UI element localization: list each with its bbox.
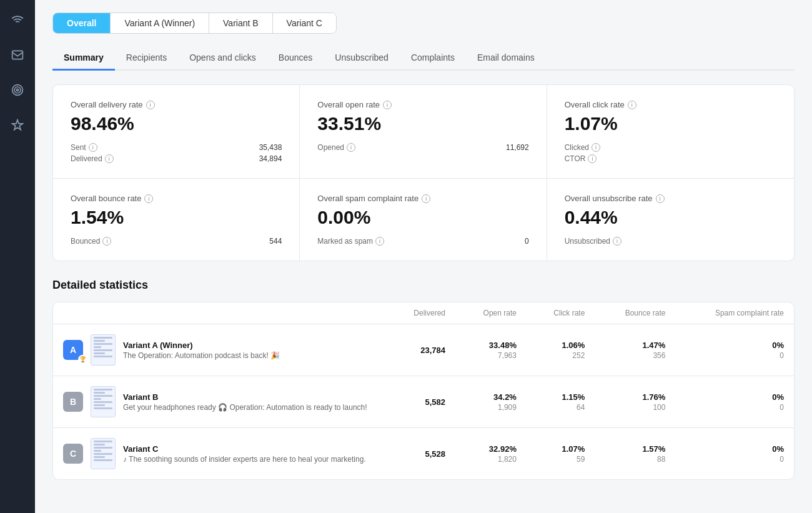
subtab-recipients[interactable]: Recipients [115, 46, 178, 71]
sparkle-icon[interactable] [7, 115, 27, 135]
unsub-rate-value: 0.44% [565, 207, 776, 228]
bounce-rate-value: 1.76% [605, 392, 665, 402]
spam-count: 0 [685, 455, 784, 464]
subtab-bounces[interactable]: Bounces [267, 46, 324, 71]
open-rate-info-icon[interactable]: i [383, 101, 392, 109]
delivered-value: 5,582 [397, 397, 445, 407]
open-rate-label: Overall open rate i [317, 100, 528, 109]
subtab-unsubscribed[interactable]: Unsubscribed [324, 46, 400, 71]
bounced-info-icon[interactable]: i [102, 237, 111, 246]
open-rate-value: 34.2% [465, 392, 517, 402]
open-rate-cell: Overall open rate i 33.51% Opened i 11,6… [300, 85, 547, 179]
target-icon[interactable] [7, 80, 27, 100]
unsub-rate-cell: Overall unsubscribe rate i 0.44% Unsubsc… [547, 179, 794, 261]
col-click-rate: Click rate [527, 302, 595, 324]
opened-info-icon[interactable]: i [347, 143, 355, 152]
variant-tabs: Overall Variant A (Winner) Variant B Var… [52, 12, 337, 34]
table-row: A 🏆 Variant A (Winner) The Operation: Au… [53, 324, 794, 376]
thumb-line-2 [94, 444, 105, 446]
opened-row: Opened i 11,692 [317, 143, 528, 152]
detailed-statistics-section: Detailed statistics Delivered Open rate … [52, 279, 795, 480]
variant-letter-badge: B [63, 392, 83, 412]
click-rate-cell: 1.15% 64 [527, 376, 595, 428]
thumb-line-2 [94, 340, 105, 342]
click-rate-value: 1.07% [537, 444, 585, 454]
click-rate-cell: 1.07% 59 [527, 428, 595, 480]
bounce-count: 356 [605, 351, 665, 360]
mail-icon[interactable] [7, 45, 27, 65]
thumb-line-6 [94, 352, 105, 354]
unsub-rate-label: Overall unsubscribe rate i [565, 194, 776, 203]
subtab-summary[interactable]: Summary [52, 46, 115, 71]
unsub-info-icon[interactable]: i [613, 237, 621, 246]
bounced-value: 544 [269, 237, 282, 246]
bounced-row: Bounced i 544 [71, 237, 282, 246]
spam-info-icon[interactable]: i [375, 237, 384, 246]
open-count: 7,963 [465, 351, 517, 360]
variant-letter-badge: C [63, 444, 83, 464]
winner-badge: 🏆 [78, 355, 87, 364]
subtab-email-domains[interactable]: Email domains [466, 46, 546, 71]
delivered-row: Delivered i 34,894 [71, 154, 282, 163]
thumb-line-5 [94, 349, 112, 351]
bounce-rate-label: Overall bounce rate i [71, 194, 282, 203]
detailed-statistics-title: Detailed statistics [52, 279, 795, 292]
thumb-line-7 [94, 356, 112, 357]
spam-count: 0 [685, 403, 784, 412]
thumb-line-1 [94, 337, 112, 339]
thumb-line-4 [94, 346, 101, 348]
thumb-line-3 [94, 447, 112, 449]
sent-info-icon[interactable]: i [89, 143, 97, 152]
click-rate-value: 1.07% [565, 113, 776, 134]
subtab-opens-clicks[interactable]: Opens and clicks [178, 46, 267, 71]
tab-variant-a[interactable]: Variant A (Winner) [111, 13, 209, 33]
bounce-count: 88 [605, 455, 665, 464]
subtab-complaints[interactable]: Complaints [400, 46, 466, 71]
bounce-rate-cell: 1.57% 88 [595, 428, 675, 480]
click-rate-cell: 1.06% 252 [527, 324, 595, 376]
variant-info-cell: C Variant C ♪ The soothing sounds of ins… [53, 428, 387, 480]
unsub-rate-info-icon[interactable]: i [656, 194, 665, 203]
delivery-rate-cell: Overall delivery rate i 98.46% Sent i 35… [53, 85, 300, 179]
click-rate-value: 1.15% [537, 392, 585, 402]
delivered-info-icon[interactable]: i [105, 154, 114, 163]
tab-variant-c[interactable]: Variant C [273, 13, 336, 33]
click-count: 64 [537, 403, 585, 412]
open-rate-value: 33.51% [317, 113, 528, 134]
col-bounce-rate: Bounce rate [595, 302, 675, 324]
spam-rate-value: 0% [685, 444, 784, 454]
ctor-info-icon[interactable]: i [588, 154, 597, 163]
wifi-icon[interactable] [7, 10, 27, 30]
thumb-line-1 [94, 389, 112, 391]
delivery-rate-info-icon[interactable]: i [146, 101, 155, 109]
variant-name: Variant C [123, 444, 366, 454]
variant-text-info: Variant B Get your headphones ready 🎧 Op… [123, 392, 367, 412]
variant-row-info: B Variant B Get your headphones ready 🎧 … [63, 386, 377, 417]
spam-row: Marked as spam i 0 [317, 237, 528, 246]
thumb-line-3 [94, 343, 112, 345]
thumb-line-5 [94, 401, 112, 403]
opened-value: 11,692 [506, 143, 529, 152]
bounce-rate-info-icon[interactable]: i [144, 194, 153, 203]
variant-text-info: Variant C ♪ The soothing sounds of insid… [123, 444, 366, 464]
variant-name: Variant B [123, 392, 367, 402]
spam-rate-info-icon[interactable]: i [422, 194, 430, 203]
thumb-line-6 [94, 456, 105, 458]
click-rate-value: 1.06% [537, 341, 585, 350]
variant-subject: The Operation: Automation podcast is bac… [123, 351, 280, 360]
spam-rate-value: 0% [685, 341, 784, 350]
bounce-rate-cell: 1.76% 100 [595, 376, 675, 428]
thumbnail [91, 334, 116, 366]
detail-table-container: Delivered Open rate Click rate Bounce ra… [52, 302, 795, 480]
click-rate-info-icon[interactable]: i [628, 101, 636, 109]
delivered-value: 5,528 [397, 449, 445, 459]
tab-overall[interactable]: Overall [53, 13, 111, 33]
click-rate-cell: Overall click rate i 1.07% Clicked i CTO… [547, 85, 794, 179]
clicked-info-icon[interactable]: i [592, 143, 600, 152]
stats-grid-top: Overall delivery rate i 98.46% Sent i 35… [53, 85, 794, 179]
tab-variant-b[interactable]: Variant B [209, 13, 273, 33]
delivery-rate-label: Overall delivery rate i [71, 100, 282, 109]
spam-value: 0 [525, 237, 529, 246]
thumb-line-4 [94, 450, 101, 452]
table-row: B Variant B Get your headphones ready 🎧 … [53, 376, 794, 428]
